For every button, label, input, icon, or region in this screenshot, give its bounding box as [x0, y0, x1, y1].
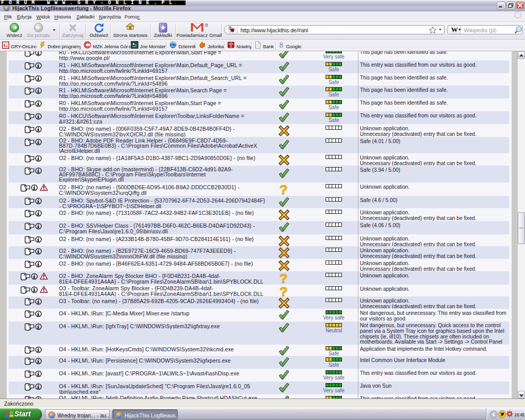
svg-text:?: ?: [279, 272, 288, 285]
svg-text:8: 8: [279, 42, 283, 49]
svg-text:G: G: [4, 42, 8, 48]
svg-text:?: ?: [279, 183, 288, 196]
